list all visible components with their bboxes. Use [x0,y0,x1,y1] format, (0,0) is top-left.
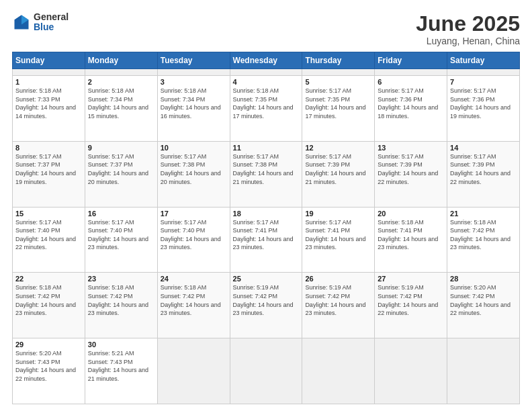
location: Luyang, Henan, China [416,36,520,46]
day-number: 11 [233,144,300,152]
month-title: June 2025 [416,12,520,36]
calendar-cell: 26Sunrise: 5:19 AMSunset: 7:42 PMDayligh… [302,273,375,338]
calendar-cell: 5Sunrise: 5:17 AMSunset: 7:35 PMDaylight… [302,75,375,141]
calendar-cell [302,69,375,76]
calendar-cell: 6Sunrise: 5:17 AMSunset: 7:36 PMDaylight… [375,75,447,141]
calendar-cell: 8Sunrise: 5:17 AMSunset: 7:37 PMDaylight… [13,141,85,207]
calendar-cell: 28Sunrise: 5:20 AMSunset: 7:42 PMDayligh… [447,273,520,338]
calendar-cell: 21Sunrise: 5:18 AMSunset: 7:42 PMDayligh… [447,207,520,273]
day-number: 25 [233,275,300,283]
day-number: 9 [88,144,154,152]
day-number: 24 [161,275,227,283]
calendar-cell [375,69,447,76]
day-info: Sunrise: 5:19 AMSunset: 7:42 PMDaylight:… [305,283,371,317]
day-number: 23 [88,275,154,283]
day-number: 30 [88,340,154,349]
day-number: 8 [15,144,82,152]
day-number: 22 [15,275,82,283]
calendar-cell: 12Sunrise: 5:17 AMSunset: 7:39 PMDayligh… [302,141,375,207]
day-info: Sunrise: 5:17 AMSunset: 7:39 PMDaylight:… [378,152,444,186]
day-number: 16 [88,210,154,218]
calendar-cell [230,338,302,404]
day-info: Sunrise: 5:17 AMSunset: 7:39 PMDaylight:… [450,152,517,186]
day-info: Sunrise: 5:17 AMSunset: 7:37 PMDaylight:… [15,152,82,186]
col-tuesday: Tuesday [157,52,230,69]
day-number: 20 [378,210,444,218]
day-info: Sunrise: 5:17 AMSunset: 7:41 PMDaylight:… [305,218,371,252]
day-number: 1 [15,78,82,86]
calendar-cell [447,338,520,404]
logo-text: General Blue [34,12,69,33]
day-info: Sunrise: 5:17 AMSunset: 7:37 PMDaylight:… [88,152,154,186]
day-info: Sunrise: 5:17 AMSunset: 7:40 PMDaylight:… [15,218,82,252]
col-saturday: Saturday [447,52,520,69]
calendar-cell [85,69,157,76]
day-info: Sunrise: 5:21 AMSunset: 7:43 PMDaylight:… [88,349,154,383]
day-number: 10 [161,144,227,152]
day-info: Sunrise: 5:18 AMSunset: 7:42 PMDaylight:… [88,283,154,317]
day-number: 19 [305,210,371,218]
calendar-cell [375,338,447,404]
calendar-week-row: 15Sunrise: 5:17 AMSunset: 7:40 PMDayligh… [13,207,520,273]
day-number: 14 [450,144,517,152]
day-info: Sunrise: 5:17 AMSunset: 7:36 PMDaylight:… [378,87,444,120]
day-number: 26 [305,275,371,283]
title-block: June 2025 Luyang, Henan, China [416,12,520,46]
calendar-cell: 30Sunrise: 5:21 AMSunset: 7:43 PMDayligh… [85,338,157,404]
day-number: 2 [88,78,154,86]
day-info: Sunrise: 5:18 AMSunset: 7:34 PMDaylight:… [161,87,227,120]
day-info: Sunrise: 5:17 AMSunset: 7:38 PMDaylight:… [233,152,300,186]
calendar-cell: 29Sunrise: 5:20 AMSunset: 7:43 PMDayligh… [13,338,85,404]
calendar-cell: 16Sunrise: 5:17 AMSunset: 7:40 PMDayligh… [85,207,157,273]
day-number: 12 [305,144,371,152]
day-number: 4 [233,78,300,86]
calendar-cell: 24Sunrise: 5:18 AMSunset: 7:42 PMDayligh… [157,273,230,338]
day-number: 17 [161,210,227,218]
day-info: Sunrise: 5:19 AMSunset: 7:42 PMDaylight:… [378,283,444,317]
calendar-cell: 14Sunrise: 5:17 AMSunset: 7:39 PMDayligh… [447,141,520,207]
calendar-week-row: 29Sunrise: 5:20 AMSunset: 7:43 PMDayligh… [13,338,520,404]
day-info: Sunrise: 5:20 AMSunset: 7:42 PMDaylight:… [450,283,517,317]
header: General Blue June 2025 Luyang, Henan, Ch… [12,12,520,46]
day-info: Sunrise: 5:17 AMSunset: 7:36 PMDaylight:… [450,87,517,120]
col-friday: Friday [375,52,447,69]
logo-general-text: General [34,12,69,22]
calendar-cell: 19Sunrise: 5:17 AMSunset: 7:41 PMDayligh… [302,207,375,273]
col-monday: Monday [85,52,157,69]
calendar-cell: 3Sunrise: 5:18 AMSunset: 7:34 PMDaylight… [157,75,230,141]
day-info: Sunrise: 5:18 AMSunset: 7:42 PMDaylight:… [450,218,517,252]
calendar-cell [157,69,230,76]
day-info: Sunrise: 5:18 AMSunset: 7:34 PMDaylight:… [88,87,154,120]
day-number: 5 [305,78,371,86]
calendar-cell [302,338,375,404]
calendar-cell [230,69,302,76]
calendar-cell: 1Sunrise: 5:18 AMSunset: 7:33 PMDaylight… [13,75,85,141]
day-info: Sunrise: 5:18 AMSunset: 7:42 PMDaylight:… [15,283,82,317]
logo-icon [12,13,31,32]
calendar-week-row: 1Sunrise: 5:18 AMSunset: 7:33 PMDaylight… [13,75,520,141]
day-number: 28 [450,275,517,283]
day-number: 29 [15,340,82,349]
day-number: 18 [233,210,300,218]
day-info: Sunrise: 5:17 AMSunset: 7:39 PMDaylight:… [305,152,371,186]
calendar-cell: 10Sunrise: 5:17 AMSunset: 7:38 PMDayligh… [157,141,230,207]
calendar-cell: 17Sunrise: 5:17 AMSunset: 7:40 PMDayligh… [157,207,230,273]
calendar-cell: 25Sunrise: 5:19 AMSunset: 7:42 PMDayligh… [230,273,302,338]
col-wednesday: Wednesday [230,52,302,69]
day-number: 3 [161,78,227,86]
day-info: Sunrise: 5:17 AMSunset: 7:35 PMDaylight:… [305,87,371,120]
day-number: 21 [450,210,517,218]
calendar-cell [447,69,520,76]
calendar-cell: 27Sunrise: 5:19 AMSunset: 7:42 PMDayligh… [375,273,447,338]
day-info: Sunrise: 5:18 AMSunset: 7:41 PMDaylight:… [378,218,444,252]
day-number: 6 [378,78,444,86]
day-number: 7 [450,78,517,86]
calendar-cell: 11Sunrise: 5:17 AMSunset: 7:38 PMDayligh… [230,141,302,207]
calendar-cell: 2Sunrise: 5:18 AMSunset: 7:34 PMDaylight… [85,75,157,141]
day-number: 13 [378,144,444,152]
day-info: Sunrise: 5:17 AMSunset: 7:40 PMDaylight:… [161,218,227,252]
col-sunday: Sunday [13,52,85,69]
day-info: Sunrise: 5:17 AMSunset: 7:38 PMDaylight:… [161,152,227,186]
day-info: Sunrise: 5:17 AMSunset: 7:40 PMDaylight:… [88,218,154,252]
calendar-cell: 7Sunrise: 5:17 AMSunset: 7:36 PMDaylight… [447,75,520,141]
